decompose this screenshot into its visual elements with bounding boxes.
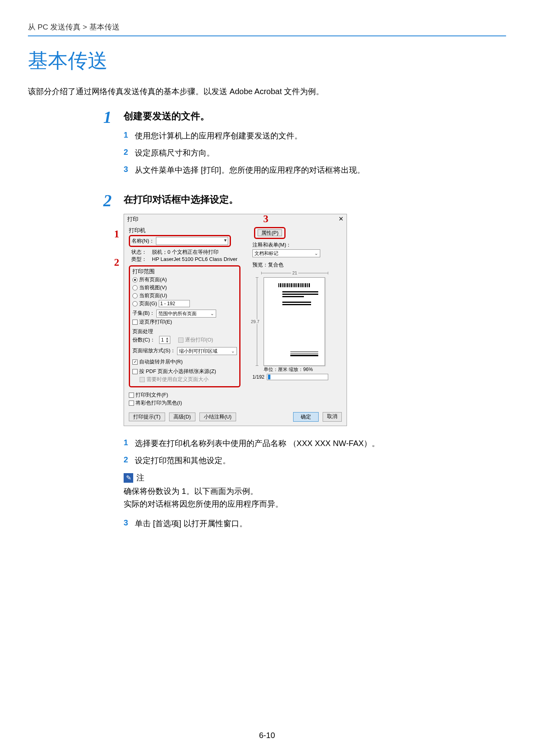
checkbox-pdf-source[interactable] xyxy=(132,369,138,374)
status-label: 状态： xyxy=(131,249,147,255)
substep-text: 设定原稿尺寸和方向。 xyxy=(135,148,506,158)
substep-number: 2 xyxy=(124,455,135,464)
substep-text: 从文件菜单中选择 [打印]。您所使用的应用程序的对话框将出现。 xyxy=(135,165,506,176)
step-2-number: 2 xyxy=(103,191,112,210)
checkbox-collate xyxy=(178,338,183,343)
substep-text: 选择要在打印机名称列表中使用的产品名称 （XXX XXX NW-FAX）。 xyxy=(135,438,506,449)
radio-all-pages[interactable] xyxy=(132,277,138,282)
print-range-highlight: 打印范围 所有页面(A) 当前视图(V) 当前页面(U) 页面(G) 1 - 1… xyxy=(129,265,240,387)
preview-label: 预览：复合色 xyxy=(252,261,342,268)
substep-text: 单击 [首选项] 以打开属性窗口。 xyxy=(135,518,506,529)
checkbox-collate-label: 逐份打印(O) xyxy=(185,336,213,343)
step-1-sub-1: 1使用您计算机上的应用程序创建要发送的文件。 xyxy=(124,130,506,141)
page-progress-label: 1/192 xyxy=(252,374,264,380)
note-label: 注 xyxy=(136,472,144,483)
comments-value: 文档和标记 xyxy=(254,250,278,257)
breadcrumb: 从 PC 发送传真 > 基本传送 xyxy=(28,22,506,32)
close-icon[interactable]: × xyxy=(339,216,343,223)
radio-current-page-label: 当前页面(U) xyxy=(139,292,167,299)
page-title: 基本传送 xyxy=(28,47,506,74)
substep-number: 2 xyxy=(124,148,135,157)
advanced-button[interactable]: 高级(D) xyxy=(169,413,195,421)
scaling-value: 缩小到可打印区域 xyxy=(179,348,217,355)
substep-number: 1 xyxy=(124,438,135,447)
step-1-title: 创建要发送的文件。 xyxy=(124,110,506,122)
preview-units: 单位：厘米 缩放：96% xyxy=(264,366,325,373)
radio-current-page[interactable] xyxy=(132,293,138,298)
print-tips-button[interactable]: 打印提示(T) xyxy=(129,413,165,421)
checkbox-print-to-file[interactable] xyxy=(129,393,134,398)
radio-all-pages-label: 所有页面(A) xyxy=(139,276,167,283)
note-icon: ✎ xyxy=(124,473,133,483)
checkbox-custom-size-label: 需要时使用自定义页面大小 xyxy=(146,376,209,383)
substep-number: 1 xyxy=(124,130,135,140)
callout-2: 2 xyxy=(114,257,119,268)
note-line-1: 确保将份数设为 1。以下画面为示例。 xyxy=(124,485,506,497)
comments-label: 注释和表单(M)： xyxy=(252,241,342,249)
print-dialog: 打印 × 打印机 名称(N)： xyxy=(124,214,347,426)
properties-button[interactable]: 属性(P) xyxy=(258,229,282,236)
substep-number: 3 xyxy=(124,518,135,527)
ruler-height: 29.7 xyxy=(251,319,259,324)
type-value: HP LaserJet 5100 PCL6 Class Driver xyxy=(152,256,237,262)
subset-dropdown[interactable]: 范围中的所有页面 xyxy=(156,310,216,318)
page-number: 6-10 xyxy=(0,731,534,740)
callout-3: 3 xyxy=(263,213,268,225)
checkbox-print-bw-label: 将彩色打印为黑色(I) xyxy=(136,399,182,407)
step-1-number: 1 xyxy=(103,108,112,126)
intro-text: 该部分介绍了通过网络传真发送传真的基本步骤。以发送 Adobe Acrobat … xyxy=(28,86,506,97)
step-1: 1 创建要发送的文件。 1使用您计算机上的应用程序创建要发送的文件。 2设定原稿… xyxy=(28,109,506,182)
radio-current-view[interactable] xyxy=(132,285,138,290)
printer-name-dropdown[interactable] xyxy=(156,237,228,245)
callout-1: 1 xyxy=(114,228,119,240)
ok-button[interactable]: 确定 xyxy=(293,412,319,422)
step-2-sub-1: 1选择要在打印机名称列表中使用的产品名称 （XXX XXX NW-FAX）。 xyxy=(124,438,506,449)
range-group-label: 打印范围 xyxy=(132,268,237,275)
substep-text: 设定打印范围和其他设定。 xyxy=(135,455,506,466)
dialog-title: 打印 xyxy=(127,216,138,223)
note-line-2: 实际的对话框将因您所使用的应用程序而异。 xyxy=(124,497,506,510)
status-value: 脱机；0 个文档正在等待打印 xyxy=(152,249,219,255)
cancel-button[interactable]: 取消 xyxy=(323,412,342,422)
properties-highlight: 属性(P) xyxy=(254,227,286,239)
substep-text: 使用您计算机上的应用程序创建要发送的文件。 xyxy=(135,130,506,141)
note-box: ✎ 注 确保将份数设为 1。以下画面为示例。 实际的对话框将因您所使用的应用程序… xyxy=(124,472,506,510)
print-dialog-illustration: 1 2 3 打印 × 打印机 名称 xyxy=(124,214,506,426)
comments-dropdown[interactable]: 文档和标记 xyxy=(252,249,320,257)
step-2-sub-3: 3单击 [首选项] 以打开属性窗口。 xyxy=(124,518,506,529)
scaling-label: 页面缩放方式(S)： xyxy=(132,347,175,354)
checkbox-reverse[interactable] xyxy=(132,320,138,325)
step-1-sub-3: 3从文件菜单中选择 [打印]。您所使用的应用程序的对话框将出现。 xyxy=(124,165,506,176)
barcode-icon xyxy=(278,283,310,287)
page-preview xyxy=(264,277,325,366)
substep-number: 3 xyxy=(124,165,135,174)
copies-spinner[interactable]: 1▲▼ xyxy=(159,336,170,344)
checkbox-reverse-label: 逆页序打印(E) xyxy=(139,318,172,326)
ruler-width: 21 xyxy=(291,270,298,275)
page-progress-bar[interactable] xyxy=(267,374,328,380)
checkbox-print-bw[interactable] xyxy=(129,401,134,406)
subset-label: 子集(B)： xyxy=(132,310,155,317)
checkbox-autorotate-label: 自动旋转并居中(R) xyxy=(139,358,183,365)
summarize-comments-button[interactable]: 小结注释(U) xyxy=(199,413,236,421)
type-label: 类型： xyxy=(131,256,147,262)
checkbox-autorotate[interactable] xyxy=(132,359,138,365)
scaling-dropdown[interactable]: 缩小到可打印区域 xyxy=(177,347,237,355)
copies-label: 份数(C)： xyxy=(132,336,155,343)
pages-input[interactable]: 1 - 192 xyxy=(159,300,190,307)
radio-current-view-label: 当前视图(V) xyxy=(139,284,167,291)
header-rule xyxy=(28,36,506,36)
printer-name-highlight: 名称(N)： xyxy=(129,235,231,247)
step-2: 2 在打印对话框中选择设定。 1 2 3 打印 × 打印机 xyxy=(28,192,506,535)
checkbox-custom-size xyxy=(140,377,145,382)
page-handling-label: 页面处理 xyxy=(132,328,237,335)
copies-value: 1 xyxy=(161,337,164,343)
printer-group-label: 打印机 xyxy=(129,227,248,234)
subset-value: 范围中的所有页面 xyxy=(158,310,197,317)
step-2-sub-2: 2设定打印范围和其他设定。 xyxy=(124,455,506,466)
step-1-sub-2: 2设定原稿尺寸和方向。 xyxy=(124,148,506,158)
name-label: 名称(N)： xyxy=(132,237,154,245)
preview-area: 21 29.7 xyxy=(252,270,328,378)
radio-pages[interactable] xyxy=(132,301,138,306)
radio-pages-label: 页面(G) xyxy=(139,300,157,307)
